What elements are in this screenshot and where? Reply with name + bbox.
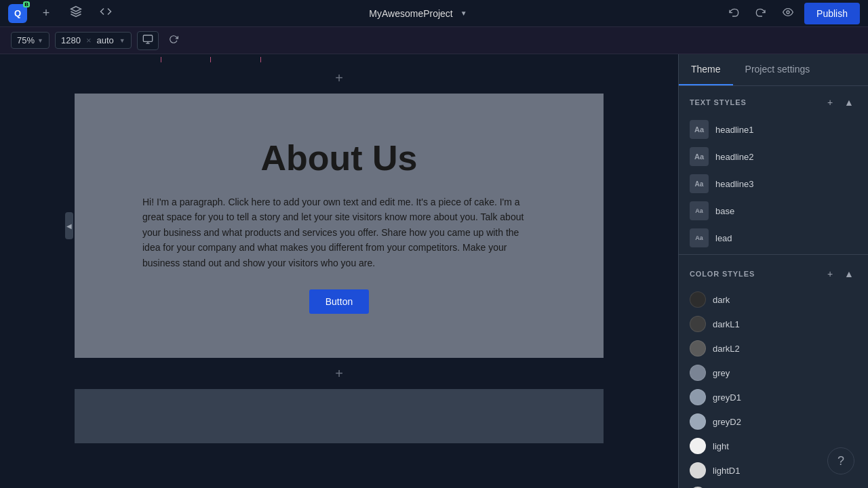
color-styles-header: COLOR STYLES + ▲	[679, 258, 868, 287]
width-value: 1280	[61, 35, 81, 45]
text-style-name: base	[715, 206, 734, 216]
plus-icon: +	[335, 366, 343, 382]
section-handle[interactable]: ◀	[65, 212, 73, 239]
section-paragraph: Hi! I'm a paragraph. Click here to add y…	[142, 195, 536, 270]
color-name: grey	[713, 368, 730, 378]
code-icon	[100, 5, 112, 21]
logo-badge: B	[23, 1, 30, 7]
eye-icon	[783, 7, 793, 20]
add-text-style-button[interactable]: +	[822, 94, 838, 110]
text-style-name: headline2	[715, 152, 753, 162]
desktop-icon	[142, 34, 153, 47]
plus-icon: +	[827, 97, 833, 108]
redo-button[interactable]	[750, 3, 772, 24]
canvas-area[interactable]: + ◀ About Us Hi! I'm a paragraph. Click …	[0, 54, 678, 488]
color-dark[interactable]: dark	[679, 287, 868, 312]
refresh-button[interactable]	[164, 31, 183, 50]
svg-marker-0	[71, 7, 81, 12]
undo-button[interactable]	[723, 3, 745, 24]
layers-button[interactable]	[65, 3, 87, 24]
text-style-base[interactable]: Aa base	[679, 197, 868, 224]
help-button[interactable]: ?	[827, 447, 854, 474]
color-name: light	[713, 441, 729, 451]
zoom-value: 75%	[17, 35, 35, 45]
text-style-icon: Aa	[690, 147, 709, 166]
logo[interactable]: Q B	[8, 4, 27, 23]
color-swatch	[690, 389, 706, 405]
collapse-icon: ▲	[844, 268, 854, 279]
color-greyD1[interactable]: greyD1	[679, 385, 868, 409]
plus-icon: +	[335, 70, 343, 86]
color-darkL2[interactable]: darkL2	[679, 336, 868, 361]
text-styles-header: TEXT STYLES + ▲	[679, 86, 868, 116]
color-swatch	[690, 462, 706, 479]
text-styles-actions: + ▲	[822, 94, 857, 110]
color-swatch	[690, 365, 706, 381]
topbar-center: MyAwesomeProject ▼	[125, 7, 715, 20]
canvas-bottom-preview	[75, 389, 604, 443]
undo-icon	[728, 7, 739, 20]
color-name: dark	[713, 295, 730, 305]
svg-rect-2	[143, 35, 152, 41]
color-swatch	[690, 413, 706, 430]
color-styles-title: COLOR STYLES	[690, 270, 755, 278]
text-style-name: lead	[715, 233, 732, 243]
text-style-headline1[interactable]: Aa headline1	[679, 116, 868, 143]
add-section-top-button[interactable]: +	[326, 68, 353, 88]
text-style-name: headline1	[715, 125, 753, 135]
add-button[interactable]: +	[35, 3, 57, 24]
color-name: darkL2	[713, 344, 740, 354]
color-name: greyD2	[713, 417, 741, 427]
ruler-guide-pink2	[210, 57, 211, 62]
text-styles-title: TEXT STYLES	[690, 98, 747, 106]
publish-button[interactable]: Publish	[804, 3, 860, 24]
text-style-icon: Aa	[690, 201, 709, 220]
text-style-headline2[interactable]: Aa headline2	[679, 143, 868, 170]
preview-button[interactable]	[777, 3, 799, 24]
collapse-icon: ▲	[844, 97, 854, 108]
height-value: auto	[96, 35, 113, 45]
add-section-bottom-button[interactable]: +	[326, 363, 353, 384]
plus-icon: +	[827, 268, 833, 279]
color-greyD2[interactable]: greyD2	[679, 409, 868, 434]
color-lightD2[interactable]: lightD2	[679, 483, 868, 488]
logo-text: Q	[14, 8, 21, 18]
main-area: + ◀ About Us Hi! I'm a paragraph. Click …	[0, 54, 868, 488]
add-color-style-button[interactable]: +	[822, 266, 838, 282]
code-button[interactable]	[95, 3, 117, 24]
canvas-main-section[interactable]: ◀ About Us Hi! I'm a paragraph. Click he…	[75, 94, 604, 358]
color-grey[interactable]: grey	[679, 361, 868, 385]
color-name: darkL1	[713, 319, 740, 329]
dimension-separator: ×	[86, 35, 92, 45]
collapse-text-styles-button[interactable]: ▲	[841, 94, 857, 110]
device-selector[interactable]	[137, 31, 159, 50]
project-chevron[interactable]: ▼	[457, 7, 471, 20]
chevron-down-icon: ▼	[119, 37, 125, 44]
svg-point-1	[787, 11, 789, 14]
tab-theme[interactable]: Theme	[679, 54, 733, 85]
project-name[interactable]: MyAwesomeProject	[369, 8, 452, 19]
canvas-ruler	[75, 57, 604, 62]
panel-divider	[679, 254, 868, 255]
section-button[interactable]: Button	[309, 289, 369, 314]
color-swatch	[690, 340, 706, 357]
refresh-icon	[169, 35, 178, 46]
collapse-color-styles-button[interactable]: ▲	[841, 266, 857, 282]
layers-icon	[70, 5, 82, 21]
text-style-icon: Aa	[690, 174, 709, 193]
color-swatch	[690, 316, 706, 332]
text-style-icon: Aa	[690, 228, 709, 247]
tab-project-settings-label: Project settings	[745, 64, 810, 75]
color-darkL1[interactable]: darkL1	[679, 312, 868, 336]
text-style-lead[interactable]: Aa lead	[679, 224, 868, 251]
topbar-right: Publish	[723, 3, 860, 24]
zoom-control[interactable]: 75% ▼	[11, 32, 50, 49]
redo-icon	[755, 7, 766, 20]
color-styles-actions: + ▲	[822, 266, 857, 282]
text-style-headline3[interactable]: Aa headline3	[679, 170, 868, 197]
panel-tabs: Theme Project settings	[679, 54, 868, 86]
chevron-down-icon: ▼	[37, 37, 43, 44]
section-content: About Us Hi! I'm a paragraph. Click here…	[102, 97, 576, 354]
tab-project-settings[interactable]: Project settings	[733, 54, 823, 85]
dimension-control[interactable]: 1280 × auto ▼	[55, 32, 132, 49]
